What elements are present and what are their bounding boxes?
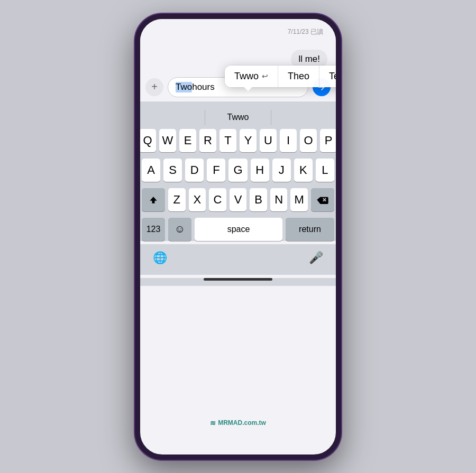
key-o[interactable]: O (300, 129, 317, 152)
key-g[interactable]: G (228, 159, 247, 182)
key-n[interactable]: N (270, 188, 288, 211)
key-x[interactable]: X (189, 188, 206, 211)
key-p[interactable]: P (320, 129, 337, 152)
predictive-bar: Twwo (140, 106, 336, 129)
phone-frame: 7/11/23 已讀 ll me! + Two hours Twwo ↩ The… (135, 14, 341, 460)
autocorrect-word-1: Twwo (234, 71, 259, 82)
autocorrect-item-2[interactable]: Theo (278, 66, 319, 87)
undo-icon: ↩ (262, 72, 268, 80)
key-row-bottom: 123 ☺ space return (140, 218, 336, 241)
key-m[interactable]: M (290, 188, 308, 211)
key-v[interactable]: V (230, 188, 247, 211)
brand-text: MRMAD.com.tw (218, 419, 266, 426)
key-d[interactable]: D (185, 159, 204, 182)
home-indicator (204, 278, 272, 281)
separator-right (271, 110, 271, 125)
key-s[interactable]: S (163, 159, 182, 182)
key-e[interactable]: E (179, 129, 196, 152)
key-i[interactable]: I (280, 129, 297, 152)
key-h[interactable]: H (251, 159, 269, 182)
key-z[interactable]: Z (168, 188, 186, 211)
key-row-1: Q W E R T Y U I O P (142, 129, 334, 152)
predictive-word[interactable]: Twwo (227, 113, 249, 122)
key-q[interactable]: Q (139, 129, 156, 152)
key-t[interactable]: T (219, 129, 236, 152)
key-b[interactable]: B (250, 188, 267, 211)
key-j[interactable]: J (272, 159, 291, 182)
status-bar: 7/11/23 已讀 (140, 19, 336, 45)
bottom-bar: 🌐 🎤 (140, 244, 336, 275)
return-key[interactable]: return (286, 218, 334, 241)
timestamp: 7/11/23 已讀 (288, 27, 323, 36)
key-k[interactable]: K (294, 159, 313, 182)
keyboard-rows: Q W E R T Y U I O P A S D F G H J K (140, 129, 336, 211)
key-row-2: A S D F G H J K L (142, 159, 334, 182)
key-f[interactable]: F (207, 159, 225, 182)
autocorrect-popup: Twwo ↩ Theo Teri (225, 66, 341, 87)
shift-key[interactable] (142, 188, 165, 211)
numeric-key[interactable]: 123 (142, 218, 165, 241)
key-u[interactable]: U (260, 129, 277, 152)
brand-logo: ≋ (210, 419, 216, 427)
key-w[interactable]: W (159, 129, 176, 152)
add-attachment-button[interactable]: + (145, 78, 163, 96)
highlighted-word: Two (176, 82, 192, 92)
key-row-3: Z X C V B N M (142, 188, 334, 211)
input-rest-text: hours (192, 82, 215, 92)
key-c[interactable]: C (209, 188, 226, 211)
key-l[interactable]: L (316, 159, 334, 182)
key-y[interactable]: Y (240, 129, 257, 152)
mic-icon[interactable]: 🎤 (309, 251, 323, 265)
delete-key[interactable] (311, 188, 334, 211)
keyboard-area: Twwo Q W E R T Y U I O P A S D F G (140, 101, 336, 241)
home-indicator-area (140, 278, 336, 286)
autocorrect-item-1[interactable]: Twwo ↩ (225, 66, 278, 87)
emoji-key[interactable]: ☺ (168, 218, 191, 241)
separator-left (205, 110, 205, 125)
brand-watermark: ≋ MRMAD.com.tw (210, 419, 266, 427)
autocorrect-word-2: Theo (288, 71, 309, 82)
autocorrect-word-3: Teri (329, 71, 341, 82)
globe-icon[interactable]: 🌐 (153, 251, 167, 265)
key-a[interactable]: A (142, 159, 160, 182)
autocorrect-item-3[interactable]: Teri (319, 66, 341, 87)
key-r[interactable]: R (199, 129, 216, 152)
space-key[interactable]: space (195, 218, 282, 241)
